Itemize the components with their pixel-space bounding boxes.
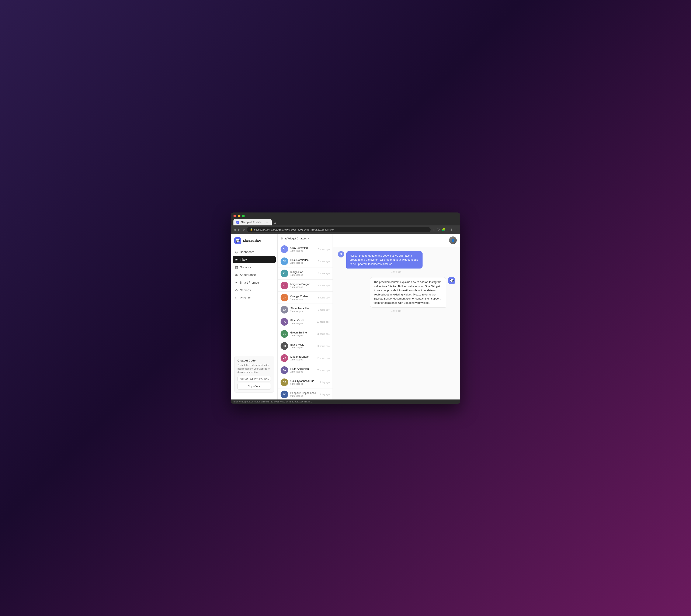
conversation-time: 8 hours ago — [318, 296, 330, 299]
chat-panel: 👤 GL Hello, I tried to update and copy, … — [333, 234, 460, 399]
tab-close-button[interactable]: × — [265, 221, 269, 224]
conversation-name: Indigo Cod — [290, 271, 316, 273]
conversation-time: 1 day ago — [320, 381, 330, 383]
conversation-avatar: GL — [281, 245, 288, 253]
conversation-content: Black Koala 1 messages — [290, 343, 314, 349]
sidebar-item-smart-prompts[interactable]: ✦ Smart Prompts — [232, 279, 276, 286]
conversation-content: Sapphire Cephalopod 9 messages — [290, 392, 318, 397]
shield-icon[interactable]: 🛡 — [437, 228, 440, 232]
conversation-content: Gold Tyrannosaurus 5 messages — [290, 379, 318, 385]
sidebar-logo: 💬 SiteSpeakAI — [231, 237, 277, 248]
browser-chrome: S SiteSpeakAI - Inbox × + — [231, 213, 460, 225]
inbox-conversation-md2[interactable]: MD Magenta Dragon 1 messages 16 hours ag… — [277, 352, 333, 364]
inbox-conversation-bk[interactable]: BK Black Koala 1 messages 11 hours ago — [277, 340, 333, 352]
menu-icon[interactable]: ⋮ — [454, 228, 458, 232]
conversation-content: Magenta Dragon 1 messages — [290, 355, 314, 361]
conversation-avatar: SC — [281, 391, 288, 398]
sidebar-item-preview[interactable]: ⊙ Preview — [232, 294, 276, 302]
conversation-time: 8 hours ago — [318, 284, 330, 287]
inbox-conversation-gl[interactable]: GL Gray Lemming 1 messages 3 hours ago — [277, 243, 333, 255]
sidebar: 💬 SiteSpeakAI ◎ Dashboard ✉ Inbox ▦ Sour… — [231, 234, 277, 399]
conversation-messages: 1 messages — [290, 358, 314, 361]
inbox-conversation-ge[interactable]: GE Green Ermine 2 messages 11 hours ago — [277, 328, 333, 340]
conversation-name: Green Ermine — [290, 331, 314, 334]
conversation-time: 16 hours ago — [317, 357, 330, 359]
conversation-messages: 1 messages — [290, 322, 314, 325]
inbox-conversation-gt[interactable]: GT Gold Tyrannosaurus 5 messages 1 day a… — [277, 376, 333, 389]
minimize-button[interactable] — [238, 215, 241, 217]
inbox-icon: ✉ — [235, 258, 238, 261]
conversation-name: Plum Canid — [290, 319, 314, 322]
conversation-messages: 2 messages — [290, 310, 316, 312]
inbox-conversation-ic[interactable]: IC Indigo Cod 1 messages 6 hours ago — [277, 267, 333, 280]
conversation-avatar: MD — [281, 354, 288, 362]
forward-button[interactable]: ▶ — [238, 228, 240, 232]
conversation-avatar: IC — [281, 269, 288, 277]
inbox-conversation-pc[interactable]: PC Plum Canid 1 messages 10 hours ago — [277, 316, 333, 328]
conversation-messages: 2 messages — [290, 334, 314, 337]
sidebar-label-settings: Settings — [240, 288, 251, 292]
status-bar: https://sitespeak.ai/chatbots/3de7576d-6… — [231, 399, 460, 404]
status-url: https://sitespeak.ai/chatbots/3de7576d-6… — [233, 400, 312, 403]
back-button[interactable]: ◀ — [233, 228, 236, 232]
browser-window: S SiteSpeakAI - Inbox × + ◀ ▶ ↻ 🔒 sitesp… — [231, 213, 460, 404]
avatar-image: 👤 — [449, 237, 457, 244]
appearance-icon: ◑ — [235, 273, 238, 277]
sidebar-navigation: ◎ Dashboard ✉ Inbox ▦ Sources ◑ Appearan… — [231, 248, 277, 353]
conversation-content: Orange Rodent 1 messages — [290, 295, 316, 300]
new-tab-button[interactable]: + — [272, 222, 278, 225]
inbox-conversation-sc[interactable]: SC Sapphire Cephalopod 9 messages 1 day … — [277, 389, 333, 399]
address-bar: ◀ ▶ ↻ 🔒 sitespeak.ai/chatbots/3de7576d-6… — [231, 225, 460, 234]
sidebar-item-inbox[interactable]: ✉ Inbox — [232, 256, 276, 263]
bot-message-row: The provided context explains how to add… — [338, 277, 455, 308]
conversation-time: 5 hours ago — [318, 260, 330, 263]
maximize-button[interactable] — [242, 215, 245, 217]
conversation-time: 11 hours ago — [317, 345, 330, 347]
active-tab[interactable]: S SiteSpeakAI - Inbox × — [233, 219, 272, 225]
conversation-avatar: PC — [281, 318, 288, 326]
extensions-icon[interactable]: 🧩 — [442, 228, 445, 232]
list-icon[interactable]: ≡ — [447, 228, 449, 232]
inbox-conversation-pa[interactable]: PA Plum Anglerfish 2 messages 20 hours a… — [277, 364, 333, 376]
sources-icon: ▦ — [235, 266, 238, 269]
sidebar-item-sources[interactable]: ▦ Sources — [232, 264, 276, 271]
conversation-avatar: SA — [281, 306, 288, 313]
conversation-content: Plum Anglerfish 2 messages — [290, 368, 314, 373]
preview-icon: ⊙ — [235, 296, 238, 300]
inbox-conversation-sa[interactable]: SA Silver Armadillo 2 messages 9 hours a… — [277, 304, 333, 316]
sidebar-label-dashboard: Dashboard — [240, 250, 254, 254]
conversation-time: 11 hours ago — [317, 333, 330, 335]
bot-message-bubble: The provided context explains how to add… — [370, 277, 446, 308]
chatbot-selector[interactable]: SnapWidget Chatbot ▾ — [281, 237, 309, 240]
conversation-content: Gray Lemming 1 messages — [290, 246, 316, 252]
download-icon[interactable]: ⬇ — [450, 228, 453, 232]
sidebar-label-preview: Preview — [240, 296, 250, 300]
share-icon[interactable]: ⬆ — [433, 228, 435, 232]
close-button[interactable] — [233, 215, 236, 217]
conversation-avatar: BK — [281, 342, 288, 350]
inbox-conversation-bd[interactable]: BD Blue Dormouse 2 messages 5 hours ago — [277, 255, 333, 267]
conversation-name: Black Koala — [290, 343, 314, 346]
conversation-content: Blue Dormouse 2 messages — [290, 259, 316, 264]
conversation-avatar: PA — [281, 366, 288, 374]
bot-message-time: 1 hour ago — [338, 310, 455, 312]
sidebar-item-settings[interactable]: ⚙ Settings — [232, 287, 276, 294]
user-message-row: GL Hello, I tried to update and copy, bu… — [338, 251, 455, 269]
sidebar-item-appearance[interactable]: ◑ Appearance — [232, 271, 276, 279]
sidebar-label-smart-prompts: Smart Prompts — [240, 281, 260, 284]
conversation-content: Indigo Cod 1 messages — [290, 271, 316, 276]
copy-code-button[interactable]: Copy Code — [238, 383, 271, 390]
code-snippet-input[interactable]: <script type="text/javascrip — [238, 376, 271, 381]
sidebar-label-appearance: Appearance — [240, 273, 256, 277]
address-field[interactable]: 🔒 sitespeak.ai/chatbots/3de7576d-6928-4d… — [247, 227, 430, 232]
reload-button[interactable]: ↻ — [242, 228, 245, 232]
smart-prompts-icon: ✦ — [235, 281, 238, 284]
conversation-time: 10 hours ago — [317, 321, 330, 323]
sidebar-item-dashboard[interactable]: ◎ Dashboard — [232, 248, 276, 256]
logo-text: SiteSpeakAI — [243, 239, 261, 242]
inbox-conversation-or[interactable]: OR Orange Rodent 1 messages 8 hours ago — [277, 292, 333, 304]
conversation-avatar: MD — [281, 282, 288, 289]
inbox-conversation-md1[interactable]: MD Magenta Dragon 1 messages 8 hours ago — [277, 280, 333, 292]
conversation-messages: 2 messages — [290, 262, 316, 264]
sidebar-label-sources: Sources — [240, 266, 251, 269]
